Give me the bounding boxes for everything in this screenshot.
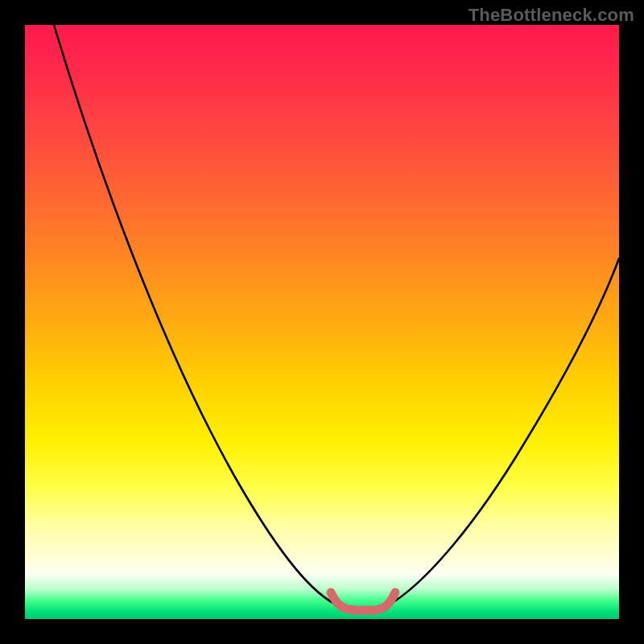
chart-curves-svg <box>25 25 619 619</box>
chart-plot-area <box>25 25 619 619</box>
watermark-text: TheBottleneck.com <box>469 5 634 26</box>
curve-left-branch <box>54 25 333 603</box>
curve-optimum-band <box>331 592 395 610</box>
curve-right-branch <box>392 258 619 603</box>
